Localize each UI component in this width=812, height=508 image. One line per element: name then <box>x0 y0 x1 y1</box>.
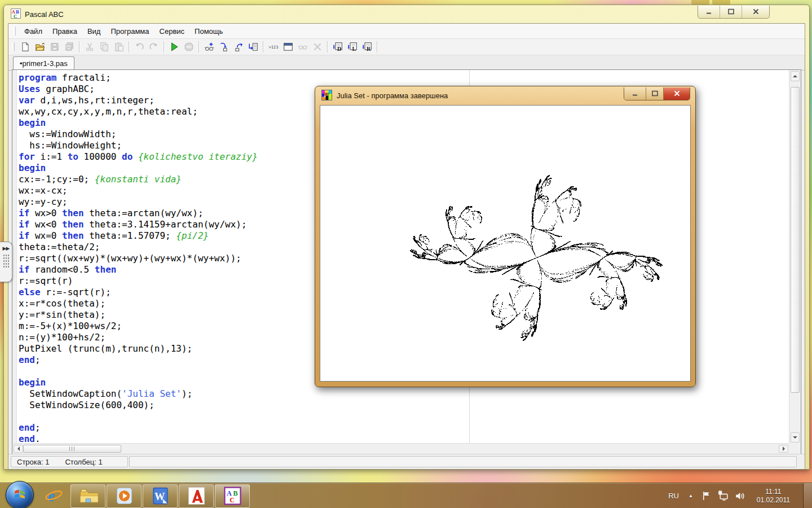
toolbar-separator <box>164 41 165 52</box>
horizontal-scrollbar[interactable] <box>12 443 789 454</box>
julia-window-title: Julia Set - программа завершена <box>337 91 448 100</box>
scroll-down-button[interactable] <box>791 432 800 443</box>
undo-button <box>132 40 147 54</box>
svg-text:R: R <box>367 46 371 52</box>
show-desktop-button[interactable] <box>803 483 812 508</box>
new-file-button[interactable] <box>18 40 33 54</box>
menu-item-program[interactable]: Программа <box>105 25 154 38</box>
svg-text:D: D <box>337 46 341 52</box>
step-to-cursor-button[interactable] <box>246 40 261 54</box>
julia-maximize-button[interactable] <box>646 87 664 100</box>
copy-button <box>97 40 112 54</box>
scroll-right-button[interactable] <box>779 445 788 453</box>
taskbar-media-player-button[interactable] <box>107 484 142 508</box>
tab-primer1-3[interactable]: •primer1-3.pas <box>13 56 74 71</box>
desktop-wallpaper: ABC Pascal ABC ФайлПравкаВидПрограммаСер… <box>0 0 812 508</box>
start-button[interactable] <box>6 481 34 508</box>
tab-bar: •primer1-3.pas <box>8 55 805 71</box>
step-into-button[interactable] <box>217 40 231 54</box>
output-window-button[interactable] <box>281 40 295 54</box>
paste-button <box>112 40 126 54</box>
pascal-title-bar[interactable]: ABC Pascal ABC <box>4 5 809 23</box>
clock[interactable]: 11:11 01.02.2011 <box>751 488 796 505</box>
pascal-caption-buttons <box>698 6 770 19</box>
system-tray: RU ▲ 11:11 01.02.2011 <box>666 483 812 508</box>
svg-text:C: C <box>14 13 17 19</box>
expand-chevron-icon: ▶▶ <box>3 246 10 251</box>
status-message-panel <box>129 456 797 467</box>
scrollbar-corner <box>789 444 801 454</box>
status-bar: Строка: 1 Столбец: 1 <box>8 454 805 469</box>
panel-debug-button[interactable]: D <box>330 40 345 54</box>
volume-icon[interactable] <box>734 490 746 502</box>
toolbar-separator <box>327 41 328 52</box>
grip-dots-icon <box>3 254 10 269</box>
redo-button <box>147 40 161 54</box>
menu-item-view[interactable]: Вид <box>82 25 106 38</box>
toolbar-separator <box>198 41 200 52</box>
code-line <box>19 411 788 422</box>
cut-button <box>82 40 97 54</box>
code-line: SetWindowCaption('Julia Set'); <box>19 388 788 400</box>
panel-result-button[interactable]: R <box>360 40 374 54</box>
step-out-button[interactable] <box>231 40 246 54</box>
pascal-abc-icon: ABC <box>11 8 21 20</box>
goto-line-button[interactable]: >123 <box>266 40 281 54</box>
show-hidden-icons-button[interactable]: ▲ <box>686 493 695 498</box>
tray-time: 11:11 <box>757 488 790 496</box>
taskbar-word-button[interactable]: W <box>143 484 178 508</box>
menu-item-help[interactable]: Помощь <box>189 25 228 38</box>
menu-item-service[interactable]: Сервис <box>155 25 190 38</box>
taskbar-pascal-abc-button[interactable]: ABC <box>215 484 250 508</box>
svg-text:W: W <box>155 491 165 502</box>
julia-window-icon <box>321 90 332 102</box>
maximize-button[interactable] <box>720 6 742 18</box>
taskbar-windows-explorer-button[interactable] <box>70 484 105 508</box>
taskbar-internet-explorer-button[interactable]: e <box>38 484 69 508</box>
code-line: end. <box>19 433 788 444</box>
code-line: end; <box>19 422 788 433</box>
toolbar-separator <box>263 41 264 52</box>
collapsed-panel-tab[interactable]: ▶▶ <box>0 242 12 282</box>
vertical-scroll-thumb[interactable] <box>791 87 800 393</box>
panel-local-button[interactable]: L <box>345 40 360 54</box>
scroll-left-button[interactable] <box>14 445 23 453</box>
watch-window-button <box>295 40 310 54</box>
svg-text:>123: >123 <box>268 45 278 50</box>
julia-fractal-canvas <box>320 106 690 381</box>
horizontal-scroll-thumb[interactable] <box>23 445 121 453</box>
code-line: program fractali; <box>19 72 788 84</box>
save-all-button <box>62 40 77 54</box>
editor-gutter <box>12 70 17 444</box>
julia-minimize-button[interactable] <box>624 87 646 100</box>
code-line: SetWindowSize(600,400); <box>19 400 788 411</box>
julia-caption-buttons <box>624 87 690 100</box>
julia-canvas-area <box>320 105 691 382</box>
run-program-button[interactable] <box>167 40 182 54</box>
open-file-button[interactable] <box>33 40 47 54</box>
menu-item-file[interactable]: Файл <box>19 25 47 38</box>
scroll-up-button[interactable] <box>791 71 800 81</box>
clear-button <box>310 40 325 54</box>
language-indicator[interactable]: RU <box>666 492 681 500</box>
add-watch-button[interactable] <box>202 40 217 54</box>
taskbar: eWABC RU ▲ 11:11 01.02.2011 <box>0 483 812 508</box>
minimize-button[interactable] <box>698 6 720 18</box>
toolbar-separator <box>377 41 378 52</box>
julia-set-window: Julia Set - программа завершена <box>315 86 696 387</box>
taskbar-adobe-reader-button[interactable] <box>179 484 214 508</box>
menu-bar: ФайлПравкаВидПрограммаСервисПомощь <box>8 24 805 39</box>
windows-flag-icon <box>11 485 28 505</box>
save-file-button <box>47 40 62 54</box>
julia-close-button[interactable] <box>664 87 690 100</box>
close-button[interactable] <box>742 6 769 18</box>
toolbar-grip <box>12 42 15 51</box>
toolbar-separator <box>129 41 130 52</box>
menubar-grip <box>13 27 16 36</box>
svg-text:e: e <box>48 488 55 505</box>
menu-item-edit[interactable]: Правка <box>47 25 82 38</box>
action-center-icon[interactable] <box>700 490 712 502</box>
vertical-scrollbar[interactable] <box>789 70 801 444</box>
network-icon[interactable] <box>717 490 729 502</box>
svg-text:L: L <box>352 46 356 52</box>
